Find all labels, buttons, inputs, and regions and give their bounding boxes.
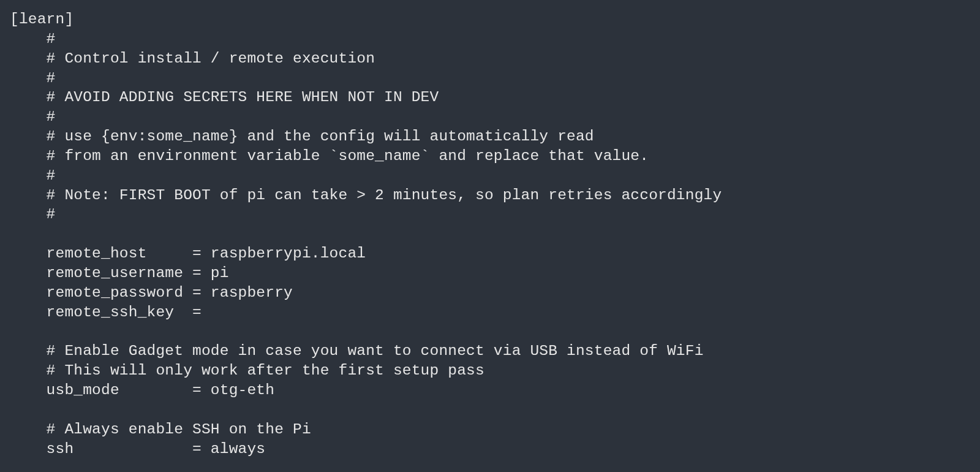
config-code-block: [learn] # # Control install / remote exe…: [0, 0, 980, 468]
